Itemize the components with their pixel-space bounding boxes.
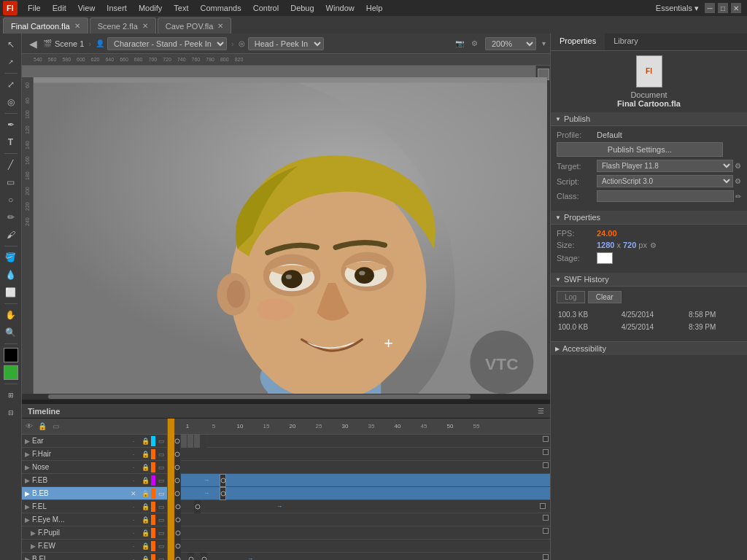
menu-modify[interactable]: Modify	[133, 2, 168, 14]
frame-key[interactable]	[201, 553, 207, 561]
frame-key[interactable]	[187, 553, 194, 561]
lasso-tool[interactable]: ◎	[3, 94, 19, 110]
properties-tab[interactable]: Properties	[551, 34, 605, 50]
menu-file[interactable]: File	[22, 2, 47, 14]
frame-track-rest[interactable]	[181, 448, 550, 460]
menu-window[interactable]: Window	[320, 2, 360, 14]
frame-track-rest[interactable]	[181, 461, 550, 473]
tab-close-icon[interactable]: ✕	[74, 22, 80, 30]
frame-key[interactable]	[194, 500, 201, 513]
layer-lock-fpupil[interactable]: 🔒	[139, 529, 151, 537]
free-transform-tool[interactable]: ⤢	[3, 77, 19, 93]
frame-cell-filled[interactable]	[187, 435, 194, 448]
hand-tool[interactable]: ✋	[3, 307, 19, 323]
layer-row-nose[interactable]: ▶ Nose · 🔒 ▭	[22, 461, 167, 474]
size-edit-icon[interactable]: ⚙	[650, 241, 657, 249]
frame-cell-filled[interactable]	[181, 435, 187, 448]
layer-row-ear[interactable]: ▶ Ear · 🔒 ▭	[22, 435, 167, 448]
frame-cell-key[interactable]	[174, 461, 181, 474]
layer-vis-fel[interactable]: ·	[128, 503, 139, 510]
select-tool[interactable]: ↖	[3, 36, 19, 52]
layer-vis-nose[interactable]: ·	[128, 464, 139, 471]
tab-close-icon[interactable]: ✕	[142, 22, 148, 30]
frame-key[interactable]	[174, 500, 181, 513]
pen-tool[interactable]: ✒	[3, 117, 19, 133]
layer-lock-nose[interactable]: 🔒	[139, 464, 151, 471]
publish-settings-button[interactable]: Publish Settings...	[557, 142, 723, 157]
snap-align-tool[interactable]: ⊞	[3, 387, 19, 403]
properties-section-header[interactable]: ▼ Properties	[551, 211, 747, 225]
layer-row-bel[interactable]: ▶ B.EL · 🔒 ▭	[22, 553, 167, 560]
layer-lock-feyem[interactable]: 🔒	[139, 516, 151, 524]
layer-lock-fel[interactable]: 🔒	[139, 503, 151, 510]
layer-outline-fel[interactable]: ▭	[155, 503, 167, 510]
frame-cell-filled[interactable]	[194, 435, 201, 448]
pencil-tool[interactable]: ✏	[3, 209, 19, 225]
layer-outline-few[interactable]: ▭	[155, 542, 167, 550]
menu-debug[interactable]: Debug	[285, 2, 320, 14]
menu-insert[interactable]: Insert	[101, 2, 133, 14]
layer-outline-fpupil[interactable]: ▭	[155, 529, 167, 537]
clear-button[interactable]: Clear	[588, 291, 622, 303]
paint-bucket-tool[interactable]: 🪣	[3, 249, 19, 265]
frame-key-start[interactable]	[174, 487, 181, 500]
layer-vis-few[interactable]: ·	[128, 542, 139, 550]
layer-outline-feb[interactable]: ▭	[155, 477, 167, 484]
frame-key[interactable]	[174, 526, 181, 540]
menu-commands[interactable]: Commands	[194, 2, 247, 14]
rect-tool[interactable]: ▭	[3, 174, 19, 190]
target-settings-icon[interactable]: ⚙	[735, 162, 741, 170]
tab-cave-pov[interactable]: Cave POV.fla ✕	[158, 18, 232, 34]
layer-row-feb[interactable]: ▶ F.EB · 🔒 ▭	[22, 474, 167, 487]
tab-scene2[interactable]: Scene 2.fla ✕	[90, 18, 156, 34]
subselect-tool[interactable]: ↗	[3, 54, 19, 70]
script-settings-icon[interactable]: ⚙	[735, 177, 741, 185]
layer-row-feyem[interactable]: ▶ F.Eye M... · 🔒 ▭	[22, 513, 167, 526]
menu-control[interactable]: Control	[247, 2, 285, 14]
frame-cell-key[interactable]	[174, 448, 181, 461]
class-edit-icon[interactable]: ✏	[735, 192, 741, 201]
layer-vis-feb[interactable]: ·	[128, 477, 139, 484]
class-input[interactable]	[597, 190, 734, 202]
layer-vis-bel[interactable]: ·	[128, 556, 139, 561]
layer-vis-fhair[interactable]: ·	[128, 451, 139, 458]
zoom-tool[interactable]: 🔍	[3, 324, 19, 341]
menu-text[interactable]: Text	[168, 2, 194, 14]
frame-key[interactable]	[174, 513, 181, 526]
layer-lock-feb[interactable]: 🔒	[139, 477, 151, 484]
layer-vis-feyem[interactable]: ·	[128, 516, 139, 524]
accessibility-header[interactable]: ▶ Accessibility	[551, 341, 747, 355]
layer-lock-bel[interactable]: 🔒	[139, 556, 151, 561]
head-dropdown[interactable]: Head - Peek In	[248, 37, 324, 50]
tab-final-cartoon[interactable]: Final Cartoon.fla ✕	[3, 18, 88, 34]
frame-cell-empty[interactable]	[201, 435, 207, 448]
frame-key-end[interactable]	[220, 474, 226, 487]
timeline-options-icon[interactable]: ☰	[538, 407, 544, 415]
menu-edit[interactable]: Edit	[47, 2, 72, 14]
layer-row-fel[interactable]: ▶ F.EL · 🔒 ▭	[22, 500, 167, 513]
layer-outline-feyem[interactable]: ▭	[155, 516, 167, 524]
maximize-btn[interactable]: □	[718, 3, 728, 13]
options-tool[interactable]: ⊟	[3, 405, 19, 421]
oval-tool[interactable]: ○	[3, 192, 19, 208]
layer-outline-bel[interactable]: ▭	[155, 556, 167, 561]
swf-history-header[interactable]: ▼ SWF History	[551, 273, 747, 287]
layer-vis-fpupil[interactable]: ·	[128, 529, 139, 537]
frame-cell-key[interactable]	[174, 435, 181, 448]
frame-key-start[interactable]	[174, 474, 181, 487]
brush-tool[interactable]: 🖌	[3, 227, 19, 243]
layer-outline-nose[interactable]: ▭	[155, 464, 167, 471]
stage-color-swatch[interactable]	[597, 252, 613, 264]
layer-outline-beb[interactable]: ▭	[155, 490, 167, 497]
log-button[interactable]: Log	[557, 291, 585, 303]
text-tool[interactable]: T	[3, 134, 19, 150]
frame-key-end[interactable]	[220, 487, 226, 500]
layer-outline-fhair[interactable]: ▭	[155, 451, 167, 458]
layer-vis-beb[interactable]: ✕	[128, 490, 139, 497]
menu-help[interactable]: Help	[360, 2, 389, 14]
target-dropdown[interactable]: Flash Player 11.8	[597, 160, 733, 172]
canvas-horizontal-scrollbar[interactable]	[22, 394, 550, 400]
script-dropdown[interactable]: ActionScript 3.0	[597, 175, 733, 187]
layer-vis-ear[interactable]: ·	[128, 438, 139, 445]
close-btn[interactable]: ✕	[731, 3, 741, 13]
